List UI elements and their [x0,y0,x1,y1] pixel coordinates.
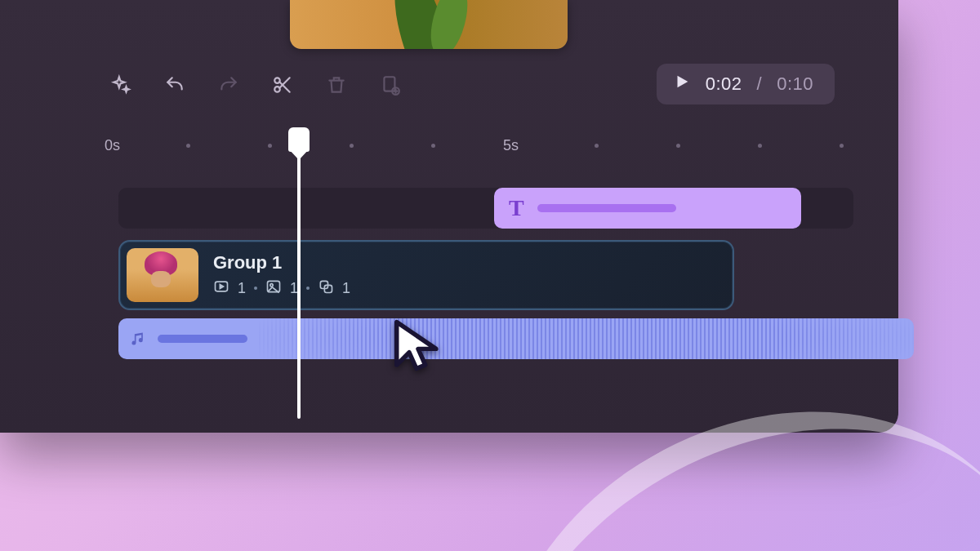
undo-icon [164,74,185,96]
shape-count: 1 [342,280,350,297]
trash-icon [326,74,347,96]
effects-button[interactable] [105,69,137,101]
duplicate-button[interactable] [374,69,407,101]
audio-waveform [259,318,914,359]
redo-button[interactable] [212,69,245,101]
redo-icon [218,74,239,96]
meta-separator [306,287,310,290]
ruler-tick [840,144,844,148]
shape-icon [318,278,334,299]
group-clip-name: Group 1 [213,252,350,273]
app-background: 0:02 / 0:10 0s 5s T [0,0,980,551]
play-icon [673,73,691,96]
ruler-tick [350,144,354,148]
ruler-label: 5s [503,137,519,154]
time-separator: / [757,73,763,95]
audio-clip[interactable] [118,318,914,359]
total-time: 0:10 [777,73,813,95]
delete-button[interactable] [320,69,353,101]
split-button[interactable] [266,69,299,101]
ruler-tick [595,144,599,148]
sparkle-icon [110,74,131,96]
ruler-label: 0s [105,137,120,154]
timeline-toolbar [105,69,407,101]
ruler-tick [268,144,272,148]
image-count: 1 [290,280,298,297]
editor-panel: 0:02 / 0:10 0s 5s T [0,0,898,433]
current-time: 0:02 [706,73,742,95]
ruler-tick [431,144,435,148]
svg-point-6 [270,283,273,286]
group-clip[interactable]: Group 1 1 1 1 [118,240,734,310]
group-clip-thumbnail [127,248,198,302]
group-clip-info: Group 1 1 1 1 [213,252,350,299]
track-slot-group[interactable]: Group 1 1 1 1 [118,240,853,307]
ruler-tick [676,144,680,148]
text-icon: T [509,195,524,221]
track-slot-text[interactable]: T [118,188,853,229]
text-clip-content-bar [537,204,676,212]
timeline-tracks: T Group 1 1 1 [118,188,853,371]
scissors-icon [272,74,293,96]
ruler-tick [758,144,762,148]
group-clip-meta: 1 1 1 [213,278,350,299]
video-icon [213,278,229,299]
playback-control[interactable]: 0:02 / 0:10 [657,64,835,104]
text-clip[interactable]: T [494,188,801,229]
video-count: 1 [238,280,246,297]
music-note-icon [130,331,146,347]
ruler-tick [186,144,190,148]
image-icon [265,278,282,299]
copy-plus-icon [380,74,401,96]
preview-thumbnail [290,0,568,49]
track-slot-audio[interactable] [118,318,853,359]
audio-level-bar [158,335,247,343]
meta-separator [254,287,257,290]
undo-button[interactable] [158,69,191,101]
timeline-ruler[interactable]: 0s 5s [105,137,862,157]
